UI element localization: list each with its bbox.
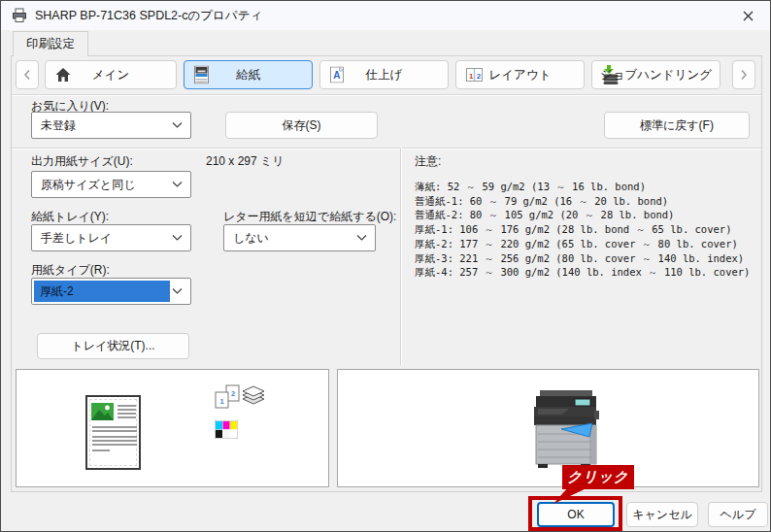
printer-properties-dialog: SHARP BP-71C36 SPDL2-cのプロパティ 印刷設定 メイン [0,0,771,532]
output-size-label: 出力用紙サイズ(U): [31,153,133,170]
restore-defaults-label: 標準に戻す(F) [640,117,714,134]
letter-sef-value: しない [233,230,269,247]
tab-layout-label: レイアウト [456,67,584,83]
save-button-label: 保存(S) [283,117,321,134]
tab-paper-source-label: 給紙 [184,67,312,83]
cancel-button[interactable]: キャンセル [626,502,698,527]
scroll-tabs-right-button[interactable] [732,60,755,89]
text-line [92,436,137,438]
tray-status-label: トレイ状況(T)... [71,338,154,354]
tab-print-settings[interactable]: 印刷設定 [13,31,88,56]
help-button[interactable]: ヘルプ [708,502,768,527]
paper-tray-value: 手差しトレイ [41,230,112,247]
save-button[interactable]: 保存(S) [225,112,378,139]
svg-text:1: 1 [220,397,224,406]
text-line [92,444,137,446]
window-title: SHARP BP-71C36 SPDL2-cのプロパティ [35,8,262,24]
favorites-value: 未登録 [41,117,76,134]
tab-job-handling[interactable]: ジョブハンドリング [591,60,721,89]
chevron-down-icon [172,122,183,128]
chevron-left-icon [23,69,31,81]
printer-preview-panel [337,369,759,487]
text-line [92,449,110,451]
paper-stack-icon [242,385,265,407]
close-button[interactable] [725,1,770,30]
settings-pane: メイン 給紙 A 仕上げ 1 [11,55,762,492]
text-line [117,413,136,415]
tab-job-handling-label: ジョブハンドリング [592,67,720,83]
settings-preview-panel: 2 1 [16,369,329,487]
letter-sef-label: レター用紙を短辺で給紙する(O): [223,209,396,225]
note-line: 厚紙-1: 106 ～ 176 g/m2 (28 lb. bond ～ 65 l… [415,222,750,237]
note-line: 厚紙-3: 221 ～ 256 g/m2 (80 lb. cover ～ 140… [415,251,750,266]
restore-defaults-button[interactable]: 標準に戻す(F) [604,112,750,139]
chevron-right-icon [740,69,748,81]
svg-text:2: 2 [231,389,235,398]
output-size-dimensions: 210 x 297 ミリ [206,153,285,170]
tray-status-button[interactable]: トレイ状況(T)... [37,333,189,359]
paper-tray-select[interactable]: 手差しトレイ [31,224,191,251]
paper-weight-notes: 薄紙: 52 ～ 59 g/m2 (13 ～ 16 lb. bond) 普通紙-… [415,180,750,280]
text-line [92,440,137,442]
favorites-select[interactable]: 未登録 [31,112,191,139]
tab-print-settings-label: 印刷設定 [26,36,75,52]
chevron-down-icon [172,235,183,241]
tab-paper-source[interactable]: 給紙 [184,60,313,89]
chevron-down-icon [356,235,367,241]
click-callout-label: クリック [567,468,628,486]
image-placeholder-icon [91,403,114,420]
cmyk-colors-icon [215,420,238,439]
text-line [117,416,136,418]
output-size-value: 原稿サイズと同じ [41,177,135,193]
scroll-tabs-left-button[interactable] [16,60,39,89]
printer-icon [12,8,27,23]
tab-layout[interactable]: 1 2 レイアウト [455,60,585,89]
divider [12,148,761,149]
paper-type-value: 厚紙-2 [34,281,170,302]
ok-button[interactable]: OK [537,502,615,527]
chevron-down-icon [172,288,183,294]
document-preview-image [85,395,141,470]
text-line [92,426,137,428]
ok-button-label: OK [567,508,584,521]
divider [12,94,761,95]
output-size-select[interactable]: 原稿サイズと同じ [31,171,191,198]
cancel-button-label: キャンセル [632,507,691,523]
note-line: 普通紙-2: 80 ～ 105 g/m2 (20 ～ 28 lb. bond) [415,208,750,222]
note-line: 厚紙-2: 177 ～ 220 g/m2 (65 lb. cover ～ 80 … [415,237,750,251]
close-icon [743,11,754,21]
divider [400,148,401,365]
pages-1-2-icon: 2 1 [215,384,242,410]
note-line: 普通紙-1: 60 ～ 79 g/m2 (16 ～ 20 lb. bond) [415,194,750,209]
paper-type-select[interactable]: 厚紙-2 [31,278,191,305]
notes-title: 注意: [415,153,441,170]
bypass-tray-arrow-icon [561,423,592,439]
help-button-label: ヘルプ [721,507,756,523]
titlebar: SHARP BP-71C36 SPDL2-cのプロパティ [1,1,770,30]
text-line [117,409,136,411]
chevron-down-icon [172,182,183,187]
text-line [92,430,137,432]
letter-sef-select[interactable]: しない [223,224,376,251]
paper-tray-label: 給紙トレイ(Y): [31,209,109,225]
click-callout-annotation: クリック [562,465,634,489]
note-line: 厚紙-4: 257 ～ 300 g/m2 (140 lb. index ～ 11… [415,265,750,280]
tab-main-label: メイン [46,67,176,83]
tab-finishing[interactable]: A 仕上げ [319,60,449,89]
tab-main[interactable]: メイン [45,60,177,89]
text-line [117,405,136,407]
note-line: 薄紙: 52 ～ 59 g/m2 (13 ～ 16 lb. bond) [415,180,750,194]
paper-type-label: 用紙タイプ(R): [31,262,110,279]
click-callout-tail [545,487,603,505]
tab-finishing-label: 仕上げ [320,67,448,83]
